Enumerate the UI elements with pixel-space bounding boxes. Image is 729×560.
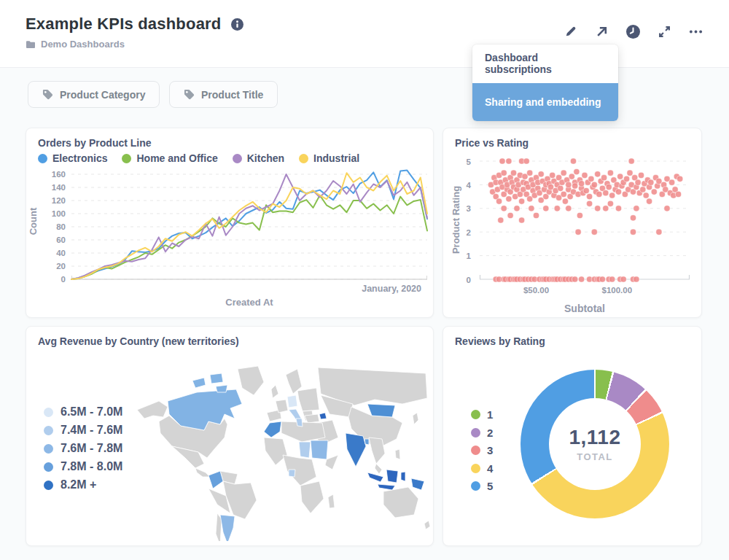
legend-label: 1 [487, 408, 493, 421]
map-country-gabon[interactable] [289, 470, 295, 477]
auto-refresh-clock-button[interactable] [625, 24, 640, 39]
breadcrumb[interactable]: Demo Dashboards [26, 39, 125, 50]
legend-label: Industrial [313, 152, 359, 164]
scatter-chart-svg[interactable]: 012345$50.00$100.00 [478, 158, 691, 282]
map-country-bangladesh[interactable] [364, 439, 369, 445]
map-country-canada[interactable] [168, 389, 242, 430]
map-country-azerbaijan[interactable] [319, 413, 327, 419]
legend-item[interactable]: 5 [471, 480, 493, 492]
map-country-uk[interactable] [271, 385, 278, 398]
y-axis-label: Product Rating [451, 184, 461, 257]
world-map[interactable] [127, 349, 430, 541]
card-title: Reviews by Rating [455, 335, 545, 347]
legend-item[interactable]: Home and Office [122, 152, 217, 164]
edit-dashboard-button[interactable] [563, 24, 577, 39]
map-country-alaska[interactable] [137, 401, 168, 419]
legend-item[interactable]: 2 [471, 427, 493, 439]
map-country-indonesia[interactable] [378, 484, 395, 490]
map-country-greenland[interactable] [238, 366, 264, 395]
collection-folder-icon [26, 40, 36, 49]
legend-label: 8.2M + [61, 478, 96, 491]
donut-chart[interactable]: 1,112 TOTAL [521, 370, 669, 518]
legend-dot [471, 446, 480, 455]
map-country-indonesia[interactable] [386, 470, 398, 483]
legend-label: Kitchen [247, 152, 284, 164]
line-chart-svg[interactable]: 020406080100120140160 [71, 168, 427, 279]
fullscreen-button[interactable] [657, 24, 671, 39]
svg-text:1: 1 [467, 252, 472, 260]
svg-text:0: 0 [61, 275, 66, 284]
more-options-button[interactable] [688, 24, 703, 39]
legend-item[interactable]: 7.4M - 7.6M [44, 424, 122, 437]
legend-item[interactable]: 7.8M - 8.0M [44, 460, 122, 473]
legend-dot [471, 481, 480, 491]
svg-text:60: 60 [56, 236, 66, 244]
map-country-argentina[interactable] [220, 515, 235, 541]
menu-item-sharing-and-embedding[interactable]: Sharing and embedding [472, 83, 618, 122]
map-country-indonesia[interactable] [401, 472, 405, 481]
menu-item-dashboard-subscriptions[interactable]: Dashboard subscriptions [472, 44, 618, 83]
legend-item[interactable]: 8.2M + [44, 478, 122, 491]
legend-dot [44, 426, 53, 435]
map-country-colombia[interactable] [208, 471, 223, 489]
legend-label: 3 [487, 444, 493, 456]
map-country-morocco[interactable] [264, 421, 281, 438]
filter-product-category[interactable]: Product Category [28, 81, 160, 108]
legend-label: 4 [487, 462, 493, 475]
svg-text:0: 0 [467, 276, 471, 284]
svg-text:5: 5 [467, 158, 472, 166]
donut-center: 1,112 TOTAL [549, 398, 641, 490]
card-price-vs-rating: Price vs Rating 012345$50.00$100.00 Prod… [443, 128, 702, 318]
card-title: Avg Revenue by Country (new territories) [38, 335, 239, 347]
card-orders-by-product-line: Orders by Product Line ElectronicsHome a… [26, 128, 434, 318]
legend-item[interactable]: 3 [471, 444, 493, 456]
map-country-madagascar[interactable] [328, 494, 335, 508]
map-country-indonesia[interactable] [367, 472, 383, 482]
map-country-india[interactable] [346, 433, 366, 467]
svg-text:2: 2 [467, 228, 471, 237]
map-country-canada-islands[interactable] [210, 373, 223, 384]
legend-dot [471, 428, 480, 438]
legend-label: Electronics [52, 152, 107, 164]
legend-item[interactable]: Electronics [38, 152, 107, 164]
map-country-new-zealand[interactable] [424, 521, 430, 529]
legend-dot [233, 154, 242, 163]
map-country-germany[interactable] [287, 395, 297, 408]
svg-text:120: 120 [52, 196, 66, 205]
legend-item[interactable]: Industrial [299, 152, 359, 164]
legend-item[interactable]: 6.5M - 7.0M [44, 405, 122, 419]
line-chart-legend: ElectronicsHome and OfficeKitchenIndustr… [38, 152, 359, 164]
svg-text:$100.00: $100.00 [602, 286, 633, 295]
legend-label: Home and Office [136, 152, 217, 164]
dashboard-options-popover: Dashboard subscriptions Sharing and embe… [472, 44, 618, 121]
legend-dot [38, 154, 47, 163]
card-title: Price vs Rating [455, 137, 529, 149]
legend-label: 7.8M - 8.0M [61, 460, 122, 473]
map-country-mongolia[interactable] [367, 404, 395, 417]
donut-total-label: TOTAL [577, 451, 613, 462]
legend-item[interactable]: Kitchen [233, 152, 284, 164]
map-country-chad[interactable] [299, 442, 311, 458]
legend-label: 7.6M - 7.8M [61, 442, 122, 455]
svg-text:40: 40 [56, 249, 66, 257]
dashboard-header: Example KPIs dashboard Demo Dashboards [0, 0, 729, 68]
x-axis-label: Subtotal [478, 303, 691, 314]
legend-item[interactable]: 7.6M - 7.8M [44, 442, 122, 455]
breadcrumb-label: Demo Dashboards [41, 39, 125, 50]
legend-dot [44, 462, 53, 472]
legend-dot [44, 444, 53, 454]
map-country-sudan[interactable] [311, 440, 328, 459]
legend-dot [471, 410, 480, 419]
map-country-papua-new-guinea[interactable] [411, 478, 424, 490]
map-country-canada-islands[interactable] [192, 378, 206, 388]
legend-item[interactable]: 4 [471, 462, 493, 475]
map-country-japan[interactable] [413, 413, 418, 424]
map-country-canada-islands[interactable] [216, 385, 227, 392]
tag-icon [184, 89, 195, 100]
map-country-australia[interactable] [383, 487, 418, 518]
map-country-brazil[interactable] [223, 481, 257, 519]
info-icon[interactable] [231, 18, 243, 31]
sharing-button[interactable] [594, 24, 609, 39]
filter-product-title[interactable]: Product Title [169, 81, 278, 108]
legend-item[interactable]: 1 [471, 408, 493, 421]
